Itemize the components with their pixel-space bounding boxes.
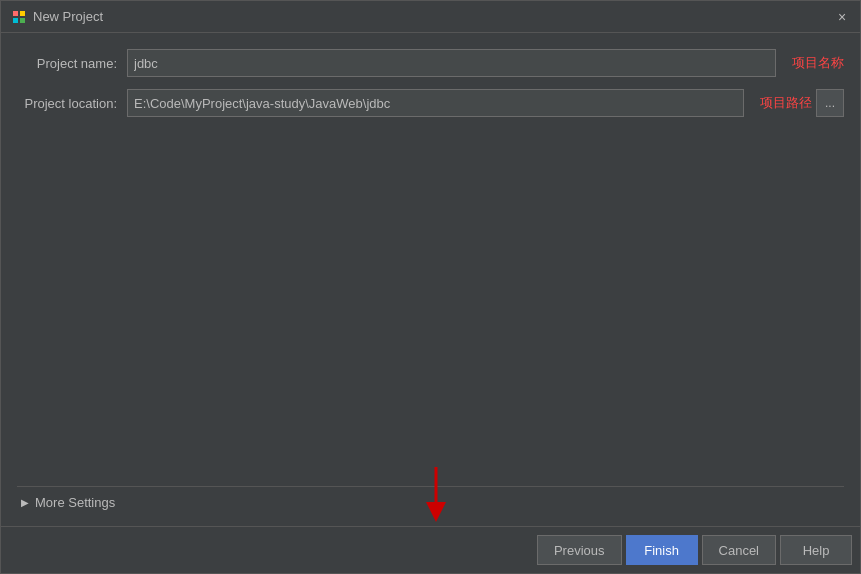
project-location-label: Project location: [17,96,127,111]
close-button[interactable]: × [832,7,852,27]
finish-annotation [421,467,451,522]
main-area [17,129,844,486]
project-name-row: Project name: 项目名称 [17,49,844,77]
project-location-annotation: 项目路径 [760,94,812,112]
more-settings-label: More Settings [35,495,115,510]
dialog-content: Project name: 项目名称 Project location: 项目路… [1,33,860,526]
new-project-dialog: New Project × Project name: 项目名称 Project… [0,0,861,574]
window-title: New Project [33,9,103,24]
svg-rect-1 [20,11,25,16]
project-name-label: Project name: [17,56,127,71]
previous-button[interactable]: Previous [537,535,622,565]
project-name-input-wrapper: 项目名称 [127,49,844,77]
title-bar: New Project × [1,1,860,33]
project-name-input[interactable] [127,49,776,77]
cancel-button[interactable]: Cancel [702,535,776,565]
svg-marker-5 [426,502,446,522]
svg-rect-3 [20,18,25,23]
app-icon [11,9,27,25]
arrow-icon [421,467,451,522]
button-bar: Previous Finish Cancel Help [1,526,860,573]
title-bar-left: New Project [11,9,103,25]
help-button[interactable]: Help [780,535,852,565]
project-location-input-wrapper: 项目路径 ... [127,89,844,117]
chevron-right-icon: ▶ [21,497,29,508]
project-location-input[interactable] [127,89,744,117]
svg-rect-2 [13,18,18,23]
svg-rect-0 [13,11,18,16]
project-location-row: Project location: 项目路径 ... [17,89,844,117]
finish-button[interactable]: Finish [626,535,698,565]
browse-button[interactable]: ... [816,89,844,117]
project-name-annotation: 项目名称 [792,54,844,72]
